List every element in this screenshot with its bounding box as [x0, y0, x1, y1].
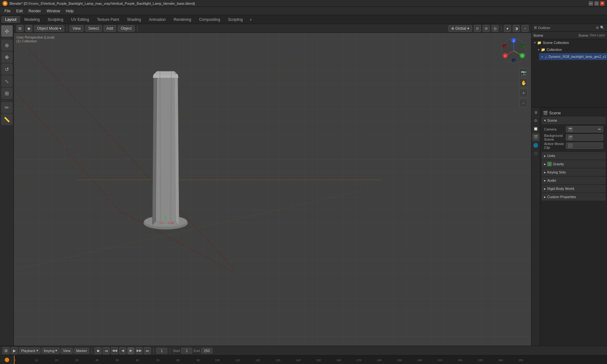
outliner-filter-icon[interactable]: ⊘	[596, 26, 599, 30]
playback-icon[interactable]: ▶	[11, 347, 18, 354]
tool-cursor[interactable]: ⊕	[1, 39, 13, 51]
movie-clip-value[interactable]: 🎥	[566, 143, 603, 149]
select-menu[interactable]: Select	[85, 25, 101, 32]
play-button[interactable]: ▶	[127, 347, 134, 354]
keying-sets-header[interactable]: ▸ Keying Sets	[542, 168, 606, 176]
scene-collection-item[interactable]: ▾ 📁 Scene Collection	[531, 39, 607, 46]
material-preview-icon[interactable]: ◑	[513, 25, 520, 32]
tool-rotate[interactable]: ↺	[1, 64, 13, 75]
global-local-toggle[interactable]: ⊕ Global ▾	[448, 25, 472, 32]
camera-view-btn[interactable]: 📷	[519, 68, 528, 77]
grab-tool-btn[interactable]: ✋	[519, 78, 528, 87]
object-icon: △	[545, 55, 547, 59]
gravity-section-header[interactable]: ▸ ✓ Gravity	[542, 160, 606, 168]
world-properties-icon[interactable]: 🌐	[532, 142, 540, 149]
gizmo-icon[interactable]: ⊙	[474, 25, 481, 32]
xray-icon[interactable]: ◎	[492, 25, 499, 32]
output-properties-icon[interactable]: ⚙	[532, 117, 540, 124]
frame-timeline[interactable]: 1 10 20 30 40 50 60 70 80 90 100 110 120…	[0, 355, 607, 364]
stop-button[interactable]: ⏹	[95, 347, 101, 354]
background-scene-value[interactable]: 🎬	[566, 134, 603, 141]
viewport[interactable]: ⊞ ◉ Object Mode ▾ View Select Add Object…	[14, 24, 531, 346]
add-menu[interactable]: Add	[104, 25, 116, 32]
playback-dropdown[interactable]: Playback ▾	[19, 348, 40, 354]
menu-help[interactable]: Help	[63, 8, 76, 14]
rigid-body-header[interactable]: ▸ Rigid Body World	[542, 185, 606, 192]
viewport-shading-icon[interactable]: ◉	[25, 25, 32, 32]
overlay-icon[interactable]: ⊘	[483, 25, 490, 32]
menu-edit[interactable]: Edit	[14, 8, 25, 14]
rendered-icon[interactable]: ○	[522, 25, 529, 32]
object-item[interactable]: ▸ △ Dynamic_RGB_backlight_lamp_geo2_v1	[539, 53, 607, 60]
keying-chevron-icon: ▸	[544, 170, 546, 174]
custom-props-label: Custom Properties	[547, 195, 576, 199]
tab-texture-paint[interactable]: Texture Paint	[93, 16, 123, 23]
tool-select[interactable]: ⊹	[1, 25, 13, 37]
render-properties-icon[interactable]: 🖥	[532, 109, 540, 116]
solid-shading-icon[interactable]: ●	[504, 25, 511, 32]
tab-animation[interactable]: Animation	[145, 16, 169, 23]
menu-window[interactable]: Window	[44, 8, 63, 14]
zoom-in-btn[interactable]: +	[519, 88, 528, 97]
audio-section-header[interactable]: ▸ Audio	[542, 177, 606, 184]
svg-text:50: 50	[116, 359, 119, 362]
rigid-body-label: Rigid Body World	[547, 187, 574, 191]
view-label: View	[63, 349, 71, 353]
tab-scripting[interactable]: Scripting	[224, 16, 247, 23]
tab-shading[interactable]: Shading	[123, 16, 145, 23]
outliner-search-icon[interactable]: 🔍	[600, 26, 604, 30]
jump-start-button[interactable]: ⏮	[103, 347, 110, 354]
maximize-button[interactable]: □	[594, 1, 599, 6]
scene-properties-icon[interactable]: 🎬	[532, 133, 540, 141]
marker-dropdown[interactable]: Marker	[74, 348, 89, 354]
tab-layout[interactable]: Layout	[1, 16, 20, 23]
header-sep-1	[67, 26, 67, 31]
editor-type-icon[interactable]: ⊞	[16, 25, 23, 32]
back-play-button[interactable]: ◀	[119, 347, 126, 354]
menu-render[interactable]: Render	[26, 8, 43, 14]
view-layer-properties-icon[interactable]: 🔲	[532, 125, 540, 133]
navigation-gizmo[interactable]: Z Y X -Z -Y -X	[500, 37, 528, 65]
tab-rendering[interactable]: Rendering	[170, 16, 195, 23]
keying-dropdown[interactable]: Keying ▾	[42, 348, 60, 354]
end-frame-input[interactable]: 250	[201, 348, 212, 354]
view-menu[interactable]: View	[70, 25, 83, 32]
start-frame-input[interactable]: 1	[181, 348, 192, 354]
minimize-button[interactable]: —	[589, 1, 593, 6]
object-menu[interactable]: Object	[118, 25, 135, 32]
tab-compositing[interactable]: Compositing	[195, 16, 224, 23]
back-frame-button[interactable]: ◀◀	[111, 347, 118, 354]
camera-edit-icon[interactable]: ✏	[598, 127, 601, 131]
collection-item[interactable]: ▾ 📁 Collection	[535, 46, 607, 53]
menu-file[interactable]: File	[2, 8, 13, 14]
close-button[interactable]: ✕	[600, 1, 604, 6]
tool-transform[interactable]: ⊞	[1, 88, 13, 99]
custom-props-header[interactable]: ▸ Custom Properties	[542, 193, 606, 201]
tab-modeling[interactable]: Modeling	[21, 16, 44, 23]
units-section-header[interactable]: ▸ Units	[542, 152, 606, 160]
tab-uv-editing[interactable]: UV Editing	[67, 16, 93, 23]
current-frame-display[interactable]: 1	[156, 348, 167, 354]
forward-frame-button[interactable]: ▶▶	[136, 347, 143, 354]
object-mode-dropdown[interactable]: Object Mode ▾	[34, 25, 64, 32]
tool-measure[interactable]: 📏	[1, 114, 13, 125]
frame-numbers-area[interactable]: 1 10 20 30 40 50 60 70 80 90 100 110 120…	[14, 355, 607, 364]
timeline-editor-icon[interactable]: ⊞	[3, 347, 9, 354]
svg-text:X: X	[504, 54, 506, 58]
scene-section-header[interactable]: ▾ Scene	[542, 117, 606, 124]
add-workspace-button[interactable]: +	[247, 16, 254, 23]
gravity-checkbox-icon[interactable]: ✓	[547, 162, 552, 166]
tab-sculpting[interactable]: Sculpting	[44, 16, 67, 23]
svg-text:170: 170	[357, 359, 361, 362]
camera-value[interactable]: 📷 ✏	[566, 126, 603, 132]
view-dropdown[interactable]: View	[61, 348, 73, 354]
jump-end-button[interactable]: ⏭	[144, 347, 151, 354]
object-properties-icon[interactable]: ⬡	[532, 150, 540, 157]
tool-annotate[interactable]: ✏	[1, 102, 13, 113]
tool-separator-1	[2, 38, 12, 38]
units-section-label: Units	[547, 154, 555, 158]
tool-scale[interactable]: ⤡	[1, 76, 13, 87]
tool-move[interactable]: ✥	[1, 52, 13, 63]
zoom-out-btn[interactable]: -	[519, 99, 528, 107]
scene-section-content: Camera 📷 ✏ Background Scene 🎬	[542, 124, 606, 151]
